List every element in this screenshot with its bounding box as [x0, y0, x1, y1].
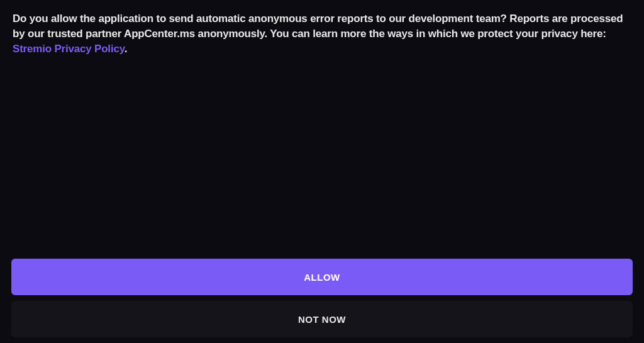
- privacy-policy-link[interactable]: Stremio Privacy Policy: [13, 43, 125, 55]
- not-now-button[interactable]: NOT NOW: [11, 301, 633, 337]
- allow-button[interactable]: ALLOW: [11, 259, 633, 295]
- message-text-part2: .: [125, 43, 128, 55]
- message-text-part1: Do you allow the application to send aut…: [13, 13, 623, 40]
- dialog-content: Do you allow the application to send aut…: [0, 0, 644, 259]
- consent-message: Do you allow the application to send aut…: [13, 11, 631, 56]
- dialog-buttons: ALLOW NOT NOW: [0, 259, 644, 343]
